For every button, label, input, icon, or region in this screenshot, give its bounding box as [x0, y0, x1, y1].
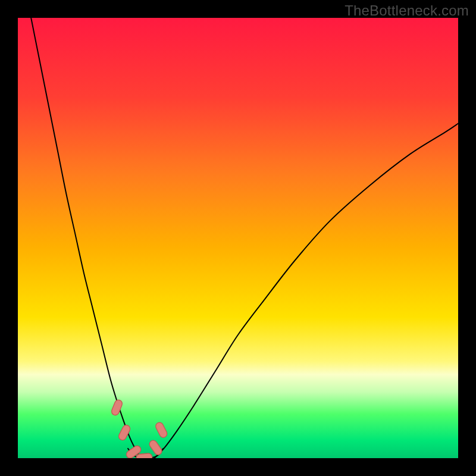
chart-frame: TheBottleneck.com: [0, 0, 476, 476]
plot-area: [18, 18, 458, 458]
gradient-bg: [18, 18, 458, 458]
watermark-text: TheBottleneck.com: [345, 2, 469, 19]
chart-svg: [18, 18, 458, 458]
